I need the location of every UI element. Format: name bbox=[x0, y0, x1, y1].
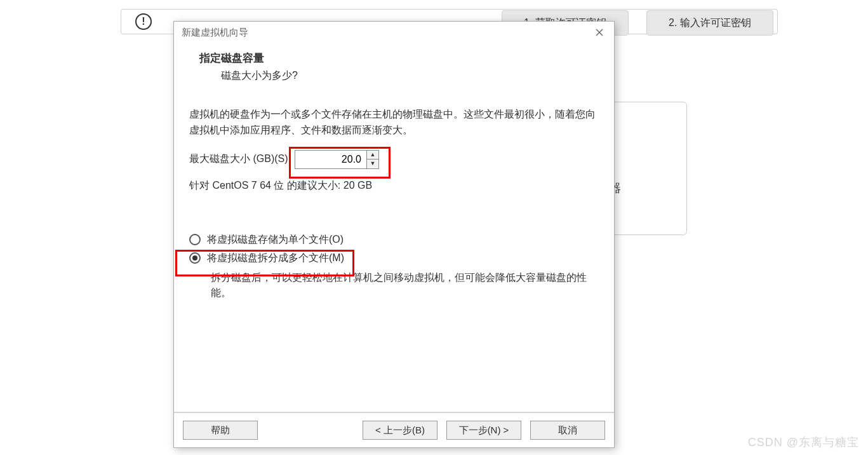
exclamation-icon: ! bbox=[135, 13, 152, 30]
wizard-dialog: 新建虚拟机向导 指定磁盘容量 磁盘大小为多少? 虚拟机的硬盘作为一个或多个文件存… bbox=[173, 21, 615, 448]
dialog-titlebar: 新建虚拟机向导 bbox=[174, 22, 614, 43]
next-button-label: 下一步(N) > bbox=[459, 424, 509, 437]
help-button[interactable]: 帮助 bbox=[183, 421, 258, 440]
dialog-description: 虚拟机的硬盘作为一个或多个文件存储在主机的物理磁盘中。这些文件最初很小，随着您向… bbox=[189, 107, 599, 139]
radio-icon bbox=[189, 252, 201, 264]
bg-button-2[interactable]: 2. 输入许可证密钥 bbox=[646, 10, 773, 36]
bg-button-2-label: 2. 输入许可证密钥 bbox=[669, 17, 751, 30]
spinner-up-icon[interactable]: ▲ bbox=[367, 151, 378, 160]
watermark: CSDN @东离与糖宝 bbox=[748, 435, 859, 450]
back-button-label: < 上一步(B) bbox=[375, 424, 425, 437]
dialog-heading: 指定磁盘容量 bbox=[199, 51, 603, 65]
radio-single-file[interactable]: 将虚拟磁盘存储为单个文件(O) bbox=[189, 233, 603, 247]
cancel-button[interactable]: 取消 bbox=[530, 421, 605, 440]
help-button-label: 帮助 bbox=[211, 424, 230, 437]
radio-split-label: 将虚拟磁盘拆分成多个文件(M) bbox=[207, 252, 344, 265]
dialog-footer: 帮助 < 上一步(B) 下一步(N) > 取消 bbox=[174, 412, 614, 447]
close-icon[interactable] bbox=[592, 25, 606, 39]
disk-size-spinner[interactable]: ▲ ▼ bbox=[295, 150, 379, 169]
radio-split-files[interactable]: 将虚拟磁盘拆分成多个文件(M) bbox=[189, 252, 603, 265]
dialog-title: 新建虚拟机向导 bbox=[182, 27, 248, 39]
next-button[interactable]: 下一步(N) > bbox=[446, 421, 521, 440]
dialog-subheading: 磁盘大小为多少? bbox=[221, 69, 603, 83]
radio-icon bbox=[189, 234, 201, 245]
back-button[interactable]: < 上一步(B) bbox=[363, 421, 437, 440]
split-note: 拆分磁盘后，可以更轻松地在计算机之间移动虚拟机，但可能会降低大容量磁盘的性能。 bbox=[211, 270, 603, 302]
disk-size-row: 最大磁盘大小 (GB)(S): ▲ ▼ bbox=[189, 150, 603, 169]
cancel-button-label: 取消 bbox=[558, 424, 577, 437]
disk-size-input[interactable] bbox=[295, 151, 366, 168]
radio-single-label: 将虚拟磁盘存储为单个文件(O) bbox=[207, 233, 344, 247]
disk-storage-radio-group: 将虚拟磁盘存储为单个文件(O) 将虚拟磁盘拆分成多个文件(M) 拆分磁盘后，可以… bbox=[189, 233, 603, 302]
dialog-content: 指定磁盘容量 磁盘大小为多少? 虚拟机的硬盘作为一个或多个文件存储在主机的物理磁… bbox=[174, 43, 614, 412]
recommendation-text: 针对 CentOS 7 64 位 的建议大小: 20 GB bbox=[189, 179, 603, 193]
disk-size-label: 最大磁盘大小 (GB)(S): bbox=[189, 153, 291, 166]
spinner-down-icon[interactable]: ▼ bbox=[367, 159, 378, 168]
